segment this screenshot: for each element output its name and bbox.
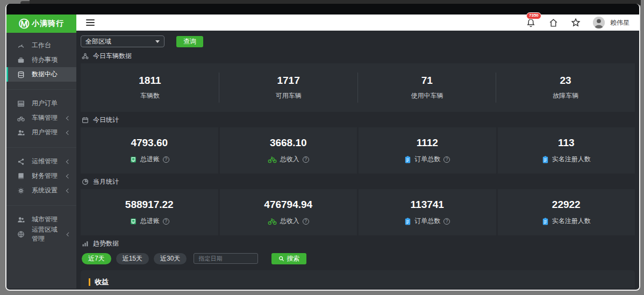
sidebar-item-label: 用户管理 [32, 128, 58, 137]
stat-card: 113 实名注册人数 [498, 127, 635, 174]
help-icon[interactable] [443, 218, 450, 225]
stat-value: 3668.10 [270, 137, 307, 149]
trend-chart-icon [82, 240, 89, 247]
database-icon [17, 71, 25, 78]
stat-item: 1811 车辆数 [81, 63, 219, 112]
user-avatar[interactable] [593, 17, 605, 28]
bicycle-icon [268, 156, 277, 163]
sidebar-item-ops-mgmt[interactable]: 运维管理 [6, 154, 76, 169]
revenue-title-row: 收益 [89, 277, 627, 287]
help-icon[interactable] [163, 218, 169, 225]
section-header-vehicles: 今日车辆数据 [82, 51, 635, 61]
sidebar-item-label: 待办事项 [32, 55, 58, 64]
stat-label: 实名注册人数 [552, 217, 591, 226]
section-title: 今日统计 [93, 116, 119, 125]
chevron-left-icon [66, 130, 70, 134]
sidebar-item-label: 运维管理 [32, 157, 58, 166]
notification-bell-icon[interactable]: 7350 [525, 17, 536, 28]
briefcase-icon [17, 56, 25, 64]
stat-label: 总进账 [140, 217, 160, 226]
range-7d-button[interactable]: 近7天 [82, 253, 111, 264]
search-button[interactable]: 搜索 [271, 253, 306, 264]
nodes-icon [82, 53, 89, 60]
brand-m-icon: Ⓜ [19, 19, 29, 29]
revenue-card: 收益 进账 总收入 退款金额 [81, 270, 635, 289]
stat-value: 1717 [277, 75, 299, 87]
section-title: 趋势数据 [93, 239, 119, 248]
stat-card: 113741 订单总数 [359, 189, 496, 235]
help-icon[interactable] [303, 218, 309, 225]
sidebar-item-operation-region-mgmt[interactable]: 运营区域管理 [6, 227, 76, 241]
sidebar-item-label: 工作台 [32, 41, 51, 50]
book-icon [17, 172, 25, 180]
sidebar-item-data-center[interactable]: 数据中心 [6, 67, 76, 82]
app-window: Ⓜ 小满骑行 7350 [5, 4, 640, 291]
header-actions: 7350 赖伟 [525, 17, 639, 28]
section-header-trend: 趋势数据 [82, 239, 635, 248]
month-stats-cards: 588917.22 总进账 476794.94 总收入 [81, 189, 635, 235]
sidebar-item-todo[interactable]: 待办事项 [6, 53, 76, 67]
gear-icon [17, 187, 25, 195]
chevron-left-icon [66, 174, 70, 178]
stat-item: 1717 可用车辆 [219, 63, 358, 112]
globe-icon [17, 231, 25, 238]
stat-label: 车辆数 [140, 91, 160, 100]
sidebar-item-vehicle-mgmt[interactable]: 车辆管理 [6, 111, 76, 125]
stat-value: 23 [560, 75, 571, 87]
chevron-left-icon [66, 116, 70, 120]
revenue-title: 收益 [95, 277, 109, 287]
caret-down-icon [155, 40, 160, 43]
range-15d-button[interactable]: 近15天 [116, 253, 149, 264]
sidebar-group: 城市管理 运营区域管理 [6, 205, 76, 243]
help-icon[interactable] [303, 156, 309, 163]
top-header: Ⓜ 小满骑行 7350 [6, 15, 639, 31]
region-select[interactable]: 全部区域 [81, 35, 164, 47]
help-icon[interactable] [443, 156, 450, 163]
sidebar-item-finance-mgmt[interactable]: 财务管理 [6, 169, 76, 183]
sidebar-group: 工作台 待办事项 数据中心 [6, 36, 76, 84]
range-30d-button[interactable]: 近30天 [154, 253, 187, 264]
calendar-icon [82, 117, 89, 124]
stat-value: 22922 [552, 199, 581, 211]
gauge-icon [17, 42, 25, 49]
share-icon [17, 158, 25, 166]
orange-title-bar [89, 278, 90, 286]
user-name[interactable]: 赖伟星 [610, 18, 629, 27]
star-icon[interactable] [570, 17, 581, 28]
stat-value: 588917.22 [125, 199, 174, 211]
notification-badge: 7350 [526, 12, 541, 19]
help-icon[interactable] [163, 156, 169, 163]
stat-card: 1112 订单总数 [359, 127, 496, 174]
sidebar-item-user-orders[interactable]: 用户订单 [6, 96, 76, 111]
stat-item: 71 使用中车辆 [358, 63, 497, 112]
stat-label: 总收入 [280, 155, 299, 164]
section-header-month: 当月统计 [82, 177, 635, 186]
stat-value: 113 [558, 137, 575, 149]
query-button[interactable]: 查询 [176, 36, 203, 47]
sidebar-item-workbench[interactable]: 工作台 [6, 38, 76, 53]
trend-filter-row: 近7天 近15天 近30天 搜索 [82, 251, 635, 266]
home-icon[interactable] [548, 17, 559, 28]
clipboard-icon [542, 156, 549, 163]
sidebar-group: 用户订单 车辆管理 用户管理 [6, 89, 76, 142]
sidebar-item-system-settings[interactable]: 系统设置 [6, 183, 76, 198]
sidebar-item-user-mgmt[interactable]: 用户管理 [6, 125, 76, 140]
date-input[interactable] [194, 253, 258, 264]
wallet-icon [130, 218, 137, 225]
sidebar-item-label: 运营区域管理 [32, 225, 60, 243]
stat-label: 订单总数 [414, 155, 440, 164]
magnifier-icon [278, 256, 284, 262]
stat-value: 1811 [139, 75, 161, 87]
stat-label: 总收入 [280, 217, 299, 226]
menu-toggle-icon[interactable] [86, 19, 95, 26]
stat-card: 476794.94 总收入 [220, 189, 357, 235]
clipboard-icon [404, 218, 411, 225]
brand-logo[interactable]: Ⓜ 小满骑行 [6, 15, 76, 33]
sidebar-item-label: 城市管理 [32, 215, 58, 224]
stat-card: 22922 实名注册人数 [498, 189, 635, 235]
vehicles-stats-panel: 1811 车辆数 1717 可用车辆 71 使用中车辆 23 故障车辆 [81, 63, 635, 112]
main-content: 全部区域 查询 今日车辆数据 1811 车辆数 1717 可用车辆 [76, 31, 639, 289]
users-icon [17, 129, 25, 136]
section-title: 当月统计 [93, 177, 119, 186]
clipboard-icon [542, 218, 549, 225]
